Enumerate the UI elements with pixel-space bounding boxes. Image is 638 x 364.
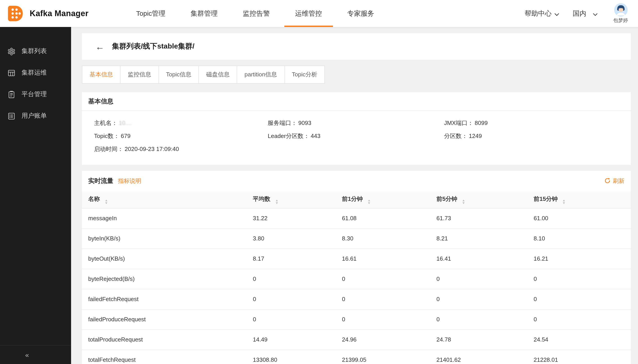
realtime-traffic-card: 实时流量 指标说明 刷新 bbox=[82, 171, 631, 364]
info-field-jmx-port: JMX端口： 8099 bbox=[444, 118, 624, 128]
table-row: failedProduceRequest0000 bbox=[82, 309, 631, 330]
metric-name: failedProduceRequest bbox=[82, 309, 253, 330]
nav-item-ops-control[interactable]: 运维管控 bbox=[282, 0, 335, 27]
table-row: messageIn31.2261.0861.7361.00 bbox=[82, 208, 631, 228]
basic-info-card-title: 基本信息 bbox=[82, 92, 631, 111]
user-menu[interactable]: 包梦婷 bbox=[613, 3, 628, 24]
sort-icons: ▲▼ bbox=[562, 199, 565, 204]
nav-item-cluster-management[interactable]: 集群管理 bbox=[178, 0, 230, 27]
metric-value: 0 bbox=[342, 309, 437, 330]
nav-item-topic-management[interactable]: Topic管理 bbox=[123, 0, 178, 27]
tab-partition-info[interactable]: partition信息 bbox=[237, 66, 285, 84]
metrics-table-body: messageIn31.2261.0861.7361.00byteIn(KB/s… bbox=[82, 208, 631, 364]
info-field-leader-partition-count: Leader分区数： 443 bbox=[268, 131, 444, 141]
info-field-service-port: 服务端口： 9093 bbox=[268, 118, 444, 128]
metric-value: 0 bbox=[534, 289, 631, 309]
metric-value: 0 bbox=[253, 309, 342, 330]
region-label: 国内 bbox=[573, 9, 586, 18]
sort-icons: ▲▼ bbox=[462, 199, 465, 204]
metric-value: 0 bbox=[437, 309, 534, 330]
nav-item-expert-service[interactable]: 专家服务 bbox=[335, 0, 387, 27]
main-content: ← 集群列表/线下stable集群/ 基本信息 监控信息 Topic信息 磁盘信… bbox=[71, 27, 638, 364]
col-header-last-1min[interactable]: 前1分钟 ▲▼ bbox=[342, 192, 437, 208]
metric-value: 8.21 bbox=[437, 228, 534, 248]
tab-basic-info[interactable]: 基本信息 bbox=[82, 66, 121, 84]
honeycomb-icon bbox=[7, 47, 16, 56]
sidebar-collapse-button[interactable]: « bbox=[0, 345, 71, 364]
navbar-right: 帮助中心 国内 bbox=[525, 3, 628, 24]
basic-info-grid: 主机名： 10.... 服务端口： 9093 JMX端口： 8099 Topic… bbox=[82, 111, 631, 165]
sidebar-item-cluster-ops[interactable]: 集群运维 bbox=[0, 62, 71, 84]
refresh-button[interactable]: 刷新 bbox=[604, 177, 624, 185]
tab-disk-info[interactable]: 磁盘信息 bbox=[199, 66, 237, 84]
metric-doc-link[interactable]: 指标说明 bbox=[118, 177, 141, 185]
realtime-traffic-header: 实时流量 指标说明 刷新 bbox=[82, 171, 631, 192]
sidebar-item-label: 用户账单 bbox=[22, 112, 47, 120]
refresh-label: 刷新 bbox=[613, 177, 624, 185]
metric-value: 24.78 bbox=[437, 330, 534, 350]
metric-value: 14.49 bbox=[253, 330, 342, 350]
chevron-down-icon bbox=[592, 10, 598, 17]
metric-value: 21228.01 bbox=[534, 350, 631, 364]
col-header-name[interactable]: 名称 ▲▼ bbox=[82, 192, 253, 208]
help-center-menu[interactable]: 帮助中心 bbox=[525, 9, 559, 18]
info-field-hostname: 主机名： 10.... bbox=[94, 118, 268, 128]
metric-value: 24.54 bbox=[534, 330, 631, 350]
metric-value: 8.17 bbox=[253, 248, 342, 269]
region-select[interactable]: 国内 bbox=[573, 9, 598, 18]
metrics-table: 名称 ▲▼ 平均数 ▲▼ 前1分钟 ▲▼ 前5分钟 bbox=[82, 192, 631, 364]
sort-icons: ▲▼ bbox=[275, 199, 278, 204]
nav-item-monitor-alert[interactable]: 监控告警 bbox=[230, 0, 282, 27]
table-row: byteIn(KB/s)3.808.308.218.10 bbox=[82, 228, 631, 248]
tab-monitor-info[interactable]: 监控信息 bbox=[120, 66, 159, 84]
metric-value: 0 bbox=[437, 269, 534, 289]
metric-name: byteIn(KB/s) bbox=[82, 228, 253, 248]
metric-value: 0 bbox=[342, 269, 437, 289]
metric-value: 61.08 bbox=[342, 208, 437, 228]
sidebar-item-cluster-list[interactable]: 集群列表 bbox=[0, 40, 71, 62]
metric-name: byteOut(KB/s) bbox=[82, 248, 253, 269]
brand-title: Kafka Manager bbox=[30, 9, 88, 18]
metric-name: totalFetchRequest bbox=[82, 350, 253, 364]
metric-value: 8.30 bbox=[342, 228, 437, 248]
page-header: ← 集群列表/线下stable集群/ bbox=[82, 33, 631, 60]
metrics-table-header-row: 名称 ▲▼ 平均数 ▲▼ 前1分钟 ▲▼ 前5分钟 bbox=[82, 192, 631, 208]
table-row: totalFetchRequest13308.8021399.0521401.6… bbox=[82, 350, 631, 364]
metric-value: 0 bbox=[253, 269, 342, 289]
app: Kafka Manager Topic管理 集群管理 监控告警 运维管控 专家服… bbox=[0, 0, 638, 364]
realtime-traffic-title: 实时流量 bbox=[88, 177, 113, 185]
info-field-partition-count: 分区数： 1249 bbox=[444, 131, 624, 141]
collapse-chevrons-icon: « bbox=[25, 351, 29, 358]
info-field-start-time: 启动时间： 2020-09-23 17:09:40 bbox=[94, 144, 268, 154]
sidebar-item-user-billing[interactable]: 用户账单 bbox=[0, 105, 71, 127]
sidebar-item-platform-management[interactable]: 平台管理 bbox=[0, 84, 71, 105]
help-center-label: 帮助中心 bbox=[525, 9, 552, 18]
metric-value: 16.61 bbox=[342, 248, 437, 269]
col-header-last-5min[interactable]: 前5分钟 ▲▼ bbox=[437, 192, 534, 208]
sidebar-item-label: 平台管理 bbox=[22, 90, 47, 98]
table-row: totalProduceRequest14.4924.9624.7824.54 bbox=[82, 330, 631, 350]
metric-value: 16.41 bbox=[437, 248, 534, 269]
tab-topic-info[interactable]: Topic信息 bbox=[158, 66, 199, 84]
kafka-manager-logo-icon bbox=[7, 5, 24, 22]
chevron-down-icon bbox=[554, 10, 559, 17]
user-avatar bbox=[614, 3, 627, 17]
back-button[interactable]: ← bbox=[95, 42, 104, 51]
col-header-last-15min[interactable]: 前15分钟 ▲▼ bbox=[534, 192, 631, 208]
metric-value: 0 bbox=[534, 269, 631, 289]
breadcrumb-title: 集群列表/线下stable集群/ bbox=[112, 42, 194, 51]
metric-value: 8.10 bbox=[534, 228, 631, 248]
sort-icons: ▲▼ bbox=[368, 199, 370, 204]
metric-name: messageIn bbox=[82, 208, 253, 228]
tab-bar: 基本信息 监控信息 Topic信息 磁盘信息 partition信息 Topic… bbox=[82, 66, 631, 84]
brand[interactable]: Kafka Manager bbox=[7, 5, 88, 22]
sort-icons: ▲▼ bbox=[105, 199, 108, 204]
sidebar: 集群列表 集群运维 平台管理 用户账单 « bbox=[0, 27, 71, 364]
table-row: failedFetchRequest0000 bbox=[82, 289, 631, 309]
tab-topic-analysis[interactable]: Topic分析 bbox=[284, 66, 325, 84]
col-header-average[interactable]: 平均数 ▲▼ bbox=[253, 192, 342, 208]
list-bill-icon bbox=[7, 112, 16, 120]
sidebar-item-label: 集群运维 bbox=[22, 69, 47, 77]
basic-info-card: 基本信息 主机名： 10.... 服务端口： 9093 JMX端口： 8099 … bbox=[82, 92, 631, 165]
metric-value: 21399.05 bbox=[342, 350, 437, 364]
